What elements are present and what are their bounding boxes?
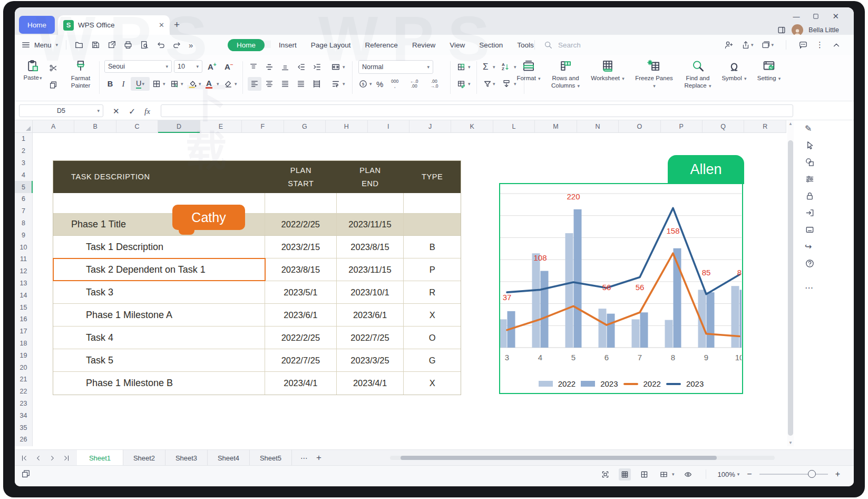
- bar-2023-cat6[interactable]: [607, 314, 615, 348]
- format-painter-button[interactable]: Farmat Painter: [65, 59, 96, 90]
- column-header-B[interactable]: B: [74, 120, 116, 132]
- ribbon-tab-section[interactable]: Section: [479, 41, 503, 49]
- font-name-select[interactable]: Seoui▾: [104, 60, 172, 73]
- column-header-E[interactable]: E: [200, 120, 242, 132]
- row-header-14[interactable]: 14: [15, 289, 32, 301]
- bar-2023-cat7[interactable]: [640, 312, 648, 348]
- ribbon-tab-page-layout[interactable]: Page Layout: [311, 41, 351, 49]
- row-header-26[interactable]: 26: [15, 434, 32, 446]
- scroll-up-icon[interactable]: ▲: [787, 121, 794, 126]
- print-icon[interactable]: [123, 40, 133, 50]
- ribbon-tab-insert[interactable]: Insert: [279, 41, 297, 49]
- wrap-text-icon[interactable]: [331, 77, 340, 91]
- select-all-corner[interactable]: [15, 120, 33, 133]
- task-desc-cell[interactable]: Phase 1 Milestone A: [53, 304, 265, 326]
- align-middle-icon[interactable]: [265, 60, 274, 74]
- row-header-23[interactable]: 23: [15, 398, 32, 410]
- plan-start-cell[interactable]: 2022/7/25: [265, 349, 337, 371]
- bar-2022-cat3[interactable]: [500, 319, 507, 348]
- lock-icon[interactable]: [805, 191, 815, 201]
- page-break-view-icon[interactable]: [638, 468, 650, 481]
- plan-end-cell[interactable]: 2023/4/1: [337, 372, 404, 395]
- export-panel-icon[interactable]: [805, 208, 815, 218]
- find-and-replace-button[interactable]: Find and Replace ▾: [677, 59, 719, 90]
- search-input[interactable]: [557, 41, 620, 50]
- ribbon-tab-view[interactable]: View: [450, 41, 465, 49]
- zoom-level[interactable]: 100%: [718, 471, 735, 478]
- freeze-panes-button[interactable]: Freeze Panes ▾: [633, 59, 675, 90]
- row-header-9[interactable]: 9: [15, 229, 32, 241]
- column-header-R[interactable]: R: [744, 120, 786, 132]
- cursor-select-icon[interactable]: [805, 140, 815, 150]
- cell-style-select[interactable]: Normal▾: [358, 60, 433, 74]
- column-header-L[interactable]: L: [493, 120, 535, 132]
- type-cell[interactable]: [404, 214, 461, 235]
- row-header-2[interactable]: 2: [15, 145, 32, 157]
- sheet-canvas[interactable]: TASK DESCRIPTIONPLANSTARTPLANENDTYPEPhas…: [33, 133, 786, 446]
- column-header-K[interactable]: K: [451, 120, 493, 132]
- output-icon[interactable]: [107, 40, 116, 50]
- row-header-8[interactable]: 8: [15, 217, 32, 229]
- plan-end-cell[interactable]: 2022/7/25: [337, 327, 404, 349]
- row-header-4[interactable]: 4: [15, 169, 32, 181]
- edit-pen-icon[interactable]: ✎: [805, 123, 812, 133]
- plan-end-cell[interactable]: 2023/3/25: [337, 349, 404, 371]
- autosum-icon[interactable]: Σ: [483, 60, 489, 74]
- normal-view-icon[interactable]: [619, 468, 631, 481]
- user-avatar[interactable]: [792, 24, 803, 36]
- conditional-format-icon[interactable]: [456, 60, 466, 74]
- decrease-indent-icon[interactable]: [296, 60, 306, 74]
- column-header-A[interactable]: A: [33, 120, 74, 132]
- collapse-ribbon-icon[interactable]: [832, 40, 841, 50]
- justify-icon[interactable]: [296, 77, 306, 91]
- share-icon[interactable]: [741, 40, 750, 50]
- task-desc-cell[interactable]: Task 2 Dependent on Task 1: [53, 258, 265, 281]
- format-as-table-icon[interactable]: [456, 77, 466, 91]
- close-window-button[interactable]: ✕: [832, 12, 839, 21]
- type-cell[interactable]: [404, 193, 461, 213]
- reading-view-icon[interactable]: [682, 468, 694, 481]
- last-sheet-icon[interactable]: [63, 454, 71, 462]
- column-header-M[interactable]: M: [535, 120, 577, 132]
- currency-format-icon[interactable]: $: [358, 77, 368, 91]
- column-header-C[interactable]: C: [116, 120, 158, 132]
- fill-bucket-icon[interactable]: [188, 77, 197, 91]
- type-cell[interactable]: G: [404, 349, 461, 371]
- merge-cells-icon[interactable]: [331, 60, 340, 74]
- add-sheet-button[interactable]: +: [316, 453, 321, 463]
- sheet-tab-sheet5[interactable]: Sheet5: [250, 450, 292, 466]
- more-sheets-icon[interactable]: ⋯: [300, 454, 308, 462]
- ribbon-tab-home[interactable]: Home: [228, 39, 265, 51]
- redo-icon[interactable]: [172, 40, 182, 50]
- new-tab-button[interactable]: +: [174, 19, 180, 31]
- increase-decimal-icon[interactable]: ←.0.00: [410, 77, 418, 91]
- italic-button[interactable]: I: [118, 77, 129, 91]
- borders-icon[interactable]: [152, 77, 161, 91]
- plan-end-cell[interactable]: 2023/10/1: [337, 281, 404, 303]
- sheet-tab-sheet3[interactable]: Sheet3: [165, 450, 208, 466]
- ribbon-tab-review[interactable]: Review: [412, 41, 435, 49]
- sidebar-toggle-icon[interactable]: [777, 25, 786, 35]
- shrink-font-button[interactable]: A−: [225, 60, 233, 73]
- first-sheet-icon[interactable]: [20, 454, 28, 462]
- row-header-1[interactable]: 1: [15, 133, 32, 145]
- plan-start-cell[interactable]: [265, 193, 337, 213]
- zoom-out-button[interactable]: −: [747, 469, 752, 479]
- setting-button[interactable]: Setting ▾: [748, 59, 790, 82]
- comment-icon[interactable]: [798, 40, 808, 50]
- cell-shading-icon[interactable]: [170, 77, 179, 91]
- maximize-button[interactable]: [812, 13, 820, 20]
- next-sheet-icon[interactable]: [48, 454, 56, 462]
- align-left-icon[interactable]: [248, 77, 261, 91]
- minimize-button[interactable]: —: [793, 13, 799, 21]
- task-desc-cell[interactable]: Phase 1 Milestone B: [53, 372, 265, 395]
- plan-end-cell[interactable]: 2023/6/1: [337, 304, 404, 326]
- kebab-menu-icon[interactable]: ⋮: [816, 40, 824, 50]
- cancel-entry-icon[interactable]: ✕: [113, 104, 120, 118]
- bar-2022-cat6[interactable]: [599, 309, 607, 348]
- confirm-entry-icon[interactable]: ✓: [129, 104, 135, 118]
- zoom-slider-thumb[interactable]: [808, 470, 816, 478]
- row-header-18[interactable]: 18: [15, 338, 32, 350]
- row-header-13[interactable]: 13: [15, 277, 32, 290]
- bar-2023-cat4[interactable]: [541, 271, 549, 348]
